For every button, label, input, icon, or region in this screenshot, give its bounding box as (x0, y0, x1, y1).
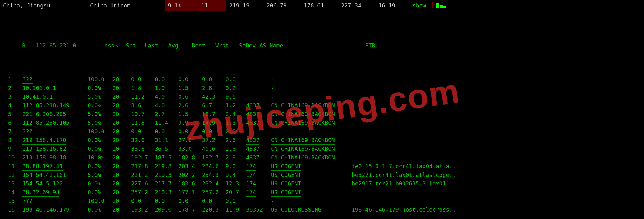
col-ptr: PTR (365, 41, 375, 50)
asname-link[interactable]: US COLOCROSSING (271, 205, 322, 214)
host-link[interactable]: ??? (22, 127, 33, 136)
host-link[interactable]: ??? (22, 75, 33, 84)
cell-loss: 5.0% (88, 110, 112, 118)
cell-wrst: 220.3 (202, 205, 226, 214)
cell-hop: 16 (8, 205, 22, 214)
host-link[interactable]: 219.158.4.170 (22, 136, 66, 145)
asn-link[interactable]: 4837 (246, 136, 259, 145)
col-host[interactable]: 112.85.231.0 (36, 41, 76, 50)
host-link[interactable]: ??? (22, 197, 33, 205)
cell-snt: 20 (112, 179, 131, 188)
asname-link[interactable]: CN CHINA169-BACKBON (271, 101, 335, 110)
cell-loss: 5.0% (88, 171, 112, 179)
host-link[interactable]: 219.158.98.18 (22, 153, 66, 162)
asname-link[interactable]: CN CHINA169-BACKBON (271, 153, 335, 162)
cell-stdev: 2.4 (226, 110, 246, 118)
host-link[interactable]: 10.41.0.1 (22, 92, 53, 101)
cell-avg: 217.7 (155, 179, 178, 188)
cell-avg: 4.0 (155, 101, 178, 110)
cell-best: 202.2 (178, 171, 202, 179)
cell-best: 0.0 (178, 127, 202, 136)
host-link[interactable]: 219.158.16.82 (22, 145, 66, 153)
cell-stdev: 1.2 (226, 101, 246, 110)
cell-snt: 20 (112, 162, 131, 170)
summary-stdev: 16.19 (375, 0, 409, 11)
asn-link[interactable]: 174 (246, 179, 256, 188)
host-link[interactable]: 10.101.0.1 (22, 84, 56, 92)
asname-link[interactable]: US COGENT (271, 179, 301, 188)
col-best: Best (192, 41, 215, 50)
cell-loss: 0.0% (88, 188, 112, 196)
cell-hop: 3 (8, 92, 22, 101)
cell-snt: 20 (112, 136, 131, 144)
location: China, Jiangsu (0, 0, 87, 11)
cell-loss: 0.0% (88, 136, 112, 144)
show-button[interactable]: show (409, 0, 429, 11)
cell-wrst: 14.9 (202, 118, 226, 127)
cell-last: 0.0 (131, 75, 155, 83)
cell-stdev: 2.6 (226, 136, 246, 144)
cell-stdev: 9.6 (226, 92, 246, 101)
table-row: 13154.54.5.1220.0%20227.6217.7183.6232.4… (8, 179, 636, 188)
host-link[interactable]: 221.6.208.205 (22, 110, 66, 118)
cell-best: 9.9 (178, 118, 202, 127)
cell-asname: - (271, 127, 352, 136)
cell-avg: 0.0 (155, 127, 178, 136)
cell-wrst: 234.3 (202, 171, 226, 179)
cell-ptr: 198-46-146-179-host.colocross.. (352, 205, 456, 214)
asname-link[interactable]: CN CHINA169-BACKBON (271, 118, 335, 127)
asn-link[interactable]: 4837 (246, 145, 259, 153)
table-row: 7???100.0200.00.00.00.00.0- (8, 127, 636, 136)
asname-link[interactable]: US COGENT (271, 162, 301, 171)
asn-link[interactable]: 174 (246, 171, 256, 179)
host-link[interactable]: 112.85.218.149 (22, 101, 70, 110)
asn-link[interactable]: 4837 (246, 153, 259, 162)
asn-link[interactable]: 174 (246, 162, 256, 171)
cell-hop: 15 (8, 197, 22, 205)
cell-wrst: 192.7 (202, 153, 226, 162)
host-link[interactable]: 112.85.230.105 (22, 118, 70, 127)
summary-avg: 206.79 (263, 0, 301, 11)
cell-loss: 100.0 (88, 197, 112, 205)
host-link[interactable]: 38.88.197.41 (22, 162, 63, 171)
cell-hop: 12 (8, 171, 22, 179)
cell-avg: 1.9 (155, 84, 178, 92)
table-row: 1438.32.69.980.0%20257.2210.3177.1257.22… (8, 188, 636, 197)
summary-bar: China, Jiangsu China Unicom 9.1% 11 219.… (0, 0, 644, 11)
summary-loss: 9.1% (165, 0, 198, 11)
cell-ptr: be3271.ccr41.lax01.atlas.coge.. (352, 171, 456, 179)
asn-link[interactable]: 174 (246, 188, 256, 197)
table-row: 16198.46.146.1790.0%20193.2209.0178.7220… (8, 205, 636, 214)
asn-link[interactable]: 36352 (246, 205, 263, 214)
cell-best: 203.4 (178, 162, 202, 170)
cell-stdev: 9.4 (226, 171, 246, 179)
asname-link[interactable]: CN CHINA169-BACKBON (271, 136, 335, 145)
table-row: 12154.54.42.1015.0%20221.2219.3202.2234.… (8, 171, 636, 179)
cell-last: 221.2 (131, 171, 155, 179)
host-link[interactable]: 198.46.146.179 (22, 205, 70, 214)
asname-link[interactable]: CN CHINA169-BACKBON (271, 145, 335, 153)
asname-link[interactable]: CN CHINA169-BACKBON (271, 110, 335, 118)
cell-loss: 0.0% (88, 84, 112, 92)
cell-wrst: 234.6 (202, 162, 226, 170)
asn-link[interactable]: 4837 (246, 118, 259, 127)
host-link[interactable]: 154.54.5.122 (22, 179, 63, 188)
cell-hop: 2 (8, 84, 22, 92)
asname-link[interactable]: US COGENT (271, 188, 301, 197)
host-link[interactable]: 38.32.69.98 (22, 188, 59, 197)
asn-link[interactable]: 4837 (246, 101, 259, 110)
table-header-row: 0.112.85.231.0Loss%SntLastAvgBestWrstStD… (8, 33, 636, 58)
asn-link[interactable]: 4837 (246, 110, 259, 118)
host-link[interactable]: 154.54.42.101 (22, 171, 66, 179)
col-last: Last (144, 41, 168, 50)
summary-best: 178.61 (301, 0, 338, 11)
col-loss: Loss% (101, 41, 126, 50)
summary-wrst: 227.34 (338, 0, 375, 11)
cell-stdev: 2.5 (226, 145, 246, 153)
cell-stdev: 0.0 (226, 75, 246, 83)
cell-snt: 20 (112, 171, 131, 179)
asname-link[interactable]: US COGENT (271, 171, 301, 179)
cell-last: 217.8 (131, 162, 155, 170)
cell-snt: 20 (112, 153, 131, 162)
cell-avg: 36.5 (155, 145, 178, 153)
